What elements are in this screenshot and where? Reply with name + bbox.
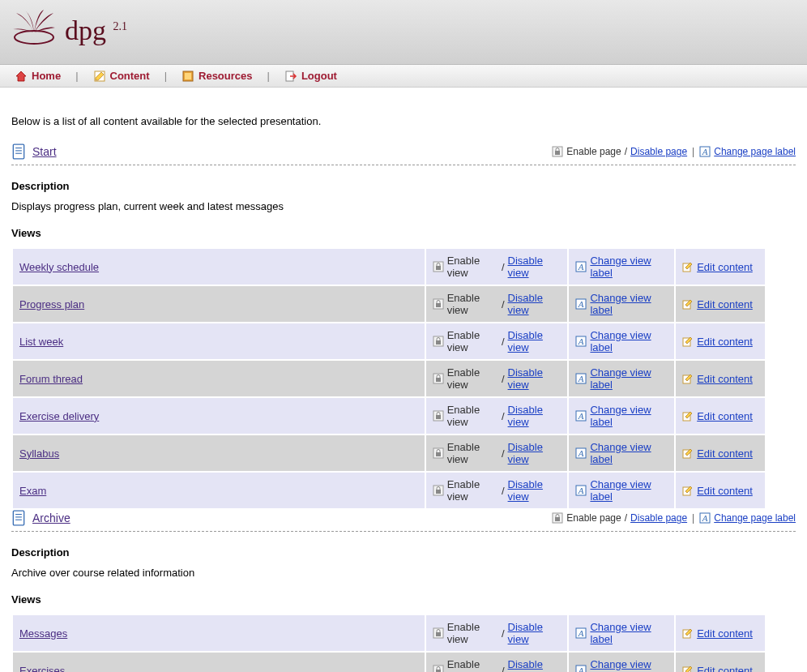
disable-view-link[interactable]: Disable view [508,441,561,465]
main-content: Below is a list of all content available… [0,88,807,672]
disable-view-link[interactable]: Disable view [508,621,561,645]
edit-content-link[interactable]: Edit content [697,336,753,348]
disable-view-link[interactable]: Disable view [508,404,561,428]
edit-content-link[interactable]: Edit content [697,665,753,673]
edit-icon [682,410,694,422]
nav-resources-label: Resources [199,70,252,82]
page-icon [11,143,26,160]
change-view-label-link[interactable]: Change view label [590,255,668,279]
view-name-link[interactable]: Forum thread [19,373,83,385]
change-view-label-link[interactable]: Change view label [590,658,668,672]
edit-content-link[interactable]: Edit content [697,447,753,460]
disable-page-link[interactable]: Disable page [630,512,687,524]
view-name-link[interactable]: Syllabus [19,447,59,460]
label-a-icon [575,261,587,272]
page-description: Archive over course related information [11,567,796,579]
enable-page-text: Enable page [566,512,621,524]
nav-resources[interactable]: Resources [181,70,252,83]
disable-view-link[interactable]: Disable view [508,292,561,316]
page-title-link[interactable]: Start [32,145,57,158]
logo: dpg 2.1 [11,8,796,54]
nav-content-label: Content [110,70,150,82]
edit-icon [682,447,694,459]
view-row: Messages Enable view / Disable view Chan… [13,615,765,651]
disable-view-link[interactable]: Disable view [508,366,561,391]
change-view-label-link[interactable]: Change view label [590,441,668,465]
page-title-link[interactable]: Archive [32,511,70,524]
edit-content-link[interactable]: Edit content [697,410,753,422]
change-view-label-link[interactable]: Change view label [590,292,668,316]
description-heading: Description [11,180,796,192]
nav-separator: | [267,70,270,82]
view-name-link[interactable]: Weekly schedule [19,261,99,273]
lock-icon [433,336,444,347]
nav-home[interactable]: Home [15,70,61,83]
resources-icon [181,70,194,83]
page-section-header: Archive Enable page / Disable page | Cha… [11,510,796,532]
description-heading: Description [11,546,796,559]
lock-icon [433,665,444,672]
lock-icon [433,410,444,422]
edit-content-link[interactable]: Edit content [697,627,753,640]
view-name-link[interactable]: Messages [19,627,67,640]
view-name-link[interactable]: Exercise delivery [19,410,99,422]
edit-icon [682,485,694,496]
view-name-link[interactable]: List week [19,336,63,348]
change-page-label-link[interactable]: Change page label [714,512,796,524]
label-a-icon [699,512,711,524]
view-name-link[interactable]: Exercises [19,665,65,673]
view-row: Progress plan Enable view / Disable view… [13,286,765,322]
label-a-icon [699,146,711,157]
nav-logout-label: Logout [301,70,337,82]
enable-view-text: Enable view [447,255,498,279]
nav-content[interactable]: Content [93,70,150,83]
edit-icon [682,261,694,272]
edit-content-link[interactable]: Edit content [697,298,753,310]
label-a-icon [575,373,587,384]
label-a-icon [575,665,587,672]
change-view-label-link[interactable]: Change view label [590,621,668,645]
label-a-icon [575,627,587,639]
app-title: dpg 2.1 [65,15,127,46]
views-heading: Views [11,227,796,239]
intro-text: Below is a list of all content available… [11,115,796,127]
views-table: Messages Enable view / Disable view Chan… [11,614,766,672]
change-view-label-link[interactable]: Change view label [590,478,668,503]
edit-icon [682,336,694,347]
enable-view-text: Enable view [447,441,498,465]
enable-view-text: Enable view [447,404,498,428]
disable-view-link[interactable]: Disable view [508,255,561,279]
enable-page-text: Enable page [566,146,621,157]
change-view-label-link[interactable]: Change view label [590,404,668,428]
label-a-icon [575,447,587,459]
nav-logout[interactable]: Logout [284,70,337,83]
edit-content-link[interactable]: Edit content [697,485,753,497]
edit-content-link[interactable]: Edit content [697,373,753,385]
view-name-link[interactable]: Progress plan [19,298,84,310]
lock-icon [433,261,444,272]
page-description: Displays progress plan, current week and… [11,200,796,212]
change-view-label-link[interactable]: Change view label [590,329,668,353]
disable-view-link[interactable]: Disable view [508,658,561,672]
lock-icon [433,485,444,496]
views-heading: Views [11,593,796,606]
disable-view-link[interactable]: Disable view [508,478,561,503]
enable-view-text: Enable view [447,658,498,672]
edit-content-link[interactable]: Edit content [697,261,753,273]
view-row: Exercise delivery Enable view / Disable … [13,398,765,434]
page-section-header: Start Enable page / Disable page | Chang… [11,143,796,165]
enable-view-text: Enable view [447,478,498,503]
view-row: Exercises Enable view / Disable view Cha… [13,653,765,672]
change-page-label-link[interactable]: Change page label [714,146,796,157]
disable-page-link[interactable]: Disable page [630,146,687,157]
view-row: Exam Enable view / Disable view Change v… [13,473,765,508]
enable-view-text: Enable view [447,621,498,645]
change-view-label-link[interactable]: Change view label [590,366,668,391]
view-row: Weekly schedule Enable view / Disable vi… [13,249,765,285]
content-icon [93,70,106,83]
view-row: List week Enable view / Disable view Cha… [13,323,765,359]
edit-icon [682,373,694,384]
lock-icon [433,447,444,459]
disable-view-link[interactable]: Disable view [508,329,561,353]
view-name-link[interactable]: Exam [19,485,46,497]
